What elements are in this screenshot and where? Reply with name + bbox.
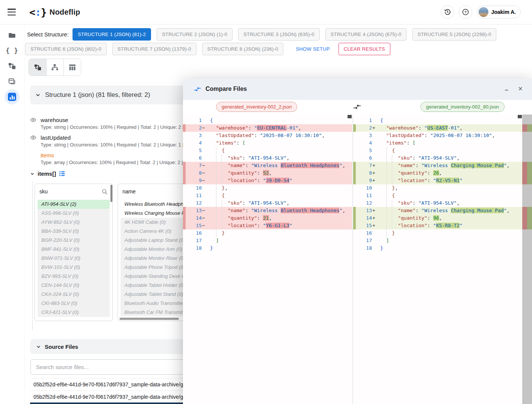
close-icon[interactable]: ✕ [518,86,523,92]
field-meta: Type: array | Occurrences: 100% | Requir… [41,159,183,166]
search-icon[interactable] [101,188,108,195]
list-icon[interactable] [59,171,65,176]
structure-button[interactable]: STRUCTURE 8 (JSON) (236)-0 [202,43,284,55]
line-number: 15− [183,222,207,229]
scrollbar-thumb[interactable] [518,115,522,118]
eye-icon[interactable] [30,116,38,131]
code-text: } [380,229,395,237]
structure-button[interactable]: STRUCTURE 4 (JSON) (675)-0 [325,28,407,41]
value-item[interactable]: BVW-101-SLV (0) [38,263,110,272]
eye-icon[interactable] [30,134,38,148]
line-number: 2+ [353,124,377,132]
diff-line: 7− "name": "Wireless Bluetooth Headphone… [183,162,352,169]
sidebar-item-structure[interactable] [0,59,24,74]
view-mode-toolbar [29,59,81,76]
structure-button[interactable]: STRUCTURE 7 (JSON) (1379)-0 [112,43,196,55]
user-menu[interactable]: Joakim A. [477,6,521,18]
scrollbar-thumb[interactable] [119,318,179,320]
scrollbar-thumb[interactable] [348,115,352,118]
graph-view-button[interactable] [46,59,63,75]
code-text: "name": "Wireless Charging Mouse Pad", [380,162,509,169]
scrollbar-thumb[interactable] [110,185,112,202]
line-number: 14− [183,214,207,222]
sku-value-list: ATI-954-SLV (2)ASS-996-SLV (0)AYW-852-SL… [38,200,110,317]
field-name: items [41,152,183,159]
show-setup-link[interactable]: SHOW SETUP [293,46,332,52]
dialog-title: Compare Files [206,86,247,92]
line-number: 1 [353,117,377,124]
structure-button[interactable]: STRUCTURE 2 (JSON) (1)-0 [157,28,233,41]
schema-field-list: warehouseType: string | Occurrences: 100… [30,116,188,169]
diff-line: 18} [183,244,352,252]
code-text: "sku": "ATI-954-SLV", [380,154,459,162]
structure-button[interactable]: STRUCTURE 6 (JSON) (802)-0 [25,43,107,55]
swap-files-button[interactable] [353,103,361,111]
diff-overview-ruler[interactable] [522,115,532,404]
line-number: 18 [353,244,377,252]
line-number: 11 [183,192,207,199]
value-item[interactable]: BZV-993-SLV (0) [38,272,110,281]
sidebar-item-windows[interactable] [0,74,24,89]
line-number: 12 [353,199,377,207]
value-item[interactable]: ASS-996-SLV (0) [38,209,110,218]
value-item[interactable]: BBA-339-SLV (0) [38,227,110,236]
line-number: 6 [353,154,377,162]
structure-selector-row-1: Select Structure: STRUCTURE 1 (JSON) (81… [27,28,496,41]
value-item[interactable]: CEN-144-SLV (0) [38,281,110,290]
diff-line: 14+ "quantity": 96, [353,214,522,222]
diff-line: 10 }, [353,184,522,192]
diff-pane-right[interactable]: 1{2+ "warehouse": "US-EAST-01",3 "lastUp… [353,115,522,404]
value-item[interactable]: AYW-852-SLV (0) [38,218,110,227]
left-rail: { } [0,24,24,404]
line-number: 9− [183,177,207,184]
code-text: "location": "Y6-G1-L3" [210,222,292,229]
diff-marker [522,162,532,184]
structure-button[interactable]: STRUCTURE 1 (JSON) (81)-2 [73,28,151,41]
line-number: 15+ [353,222,377,229]
diff-pane-left[interactable]: 1{2− "warehouse": "EU-CENTRAL-01",3 "las… [183,115,352,404]
diff-line: 1{ [183,117,352,124]
sku-column-header: sku [39,188,48,194]
tree-view-button[interactable] [29,59,46,75]
sidebar-item-json[interactable]: { } [0,43,24,58]
help-button[interactable]: ? [459,5,472,19]
value-item[interactable]: CKA-224-SLV (0) [38,290,110,299]
minimize-icon[interactable]: – [505,87,508,93]
value-item[interactable]: ATI-954-SLV (2) [38,200,110,209]
value-item[interactable]: CRJ-421-SLV (0) [38,308,110,317]
diff-line: 10 }, [183,184,352,192]
items-array-row[interactable]: items[] [30,170,65,177]
line-number: 17 [183,237,207,244]
value-item[interactable]: CKI-883-SLV (0) [38,299,110,308]
sidebar-item-analytics[interactable] [0,89,24,104]
name-column-header: name [122,188,136,194]
field-meta: Type: string | Occurrences: 100% | Requi… [41,124,184,131]
svg-text:?: ? [465,10,467,14]
history-button[interactable] [441,5,454,19]
bar-chart-icon [8,93,16,101]
app-name: Nodeflip [50,8,80,17]
user-name: Joakim A. [491,9,516,15]
left-file-badge[interactable]: generated_inventory-002_2.json [216,102,297,112]
structure-button[interactable]: STRUCTURE 3 (JSON) (635)-0 [238,28,320,41]
field-name: lastUpdated [41,134,184,141]
chevron-down-icon [35,92,41,98]
structure-button[interactable]: STRUCTURE 5 (JSON) (2298)-0 [412,28,496,41]
table-view-button[interactable] [63,59,81,75]
diff-line: 9+ "location": "R2-V5-N1" [353,177,522,184]
line-number: 4 [353,139,377,147]
value-item[interactable]: BGR-220-SLV (0) [38,236,110,245]
diff-line: 5 { [183,147,352,154]
sidebar-item-files[interactable] [0,28,24,43]
menu-icon[interactable] [8,9,17,15]
diff-line: 7+ "name": "Wireless Charging Mouse Pad"… [353,162,522,169]
line-number: 3 [353,132,377,139]
value-item[interactable]: BMF-941-SLV (0) [38,245,110,254]
line-number: 2− [183,124,207,132]
clear-results-button[interactable]: CLEAR RESULTS [339,43,390,55]
value-item[interactable]: BNW-071-SLV (0) [38,254,110,263]
diff-line: 6 "sku": "ATI-954-SLV", [183,154,352,162]
right-file-badge[interactable]: generated_inventory-002_80.json [420,102,505,112]
code-text: "name": "Wireless Charging Mouse Pad", [380,207,509,214]
code-text: { [380,147,395,154]
